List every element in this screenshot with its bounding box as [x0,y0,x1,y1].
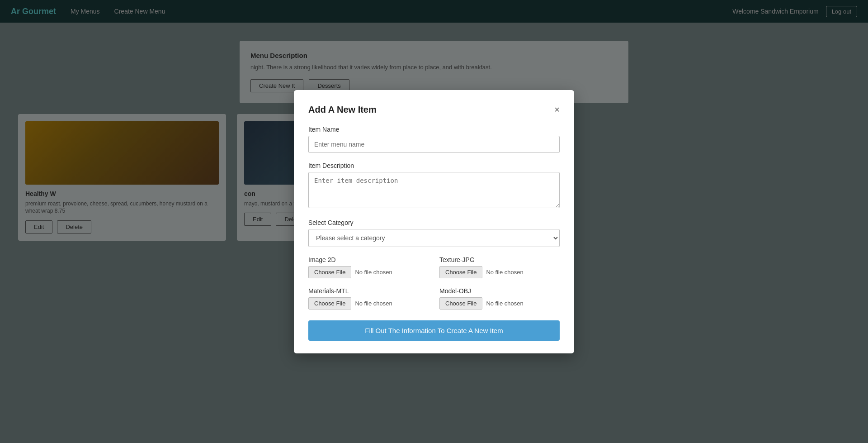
texture-jpg-label: Texture-JPG [439,256,560,263]
modal-header: Add A New Item × [308,105,560,115]
image-2d-input-row: Choose File No file chosen [308,266,429,278]
model-obj-label: Model-OBJ [439,287,560,295]
model-obj-group: Model-OBJ Choose File No file chosen [439,287,560,310]
materials-mtl-input-row: Choose File No file chosen [308,297,429,310]
item-description-group: Item Description [308,162,560,210]
model-obj-input-row: Choose File No file chosen [439,297,560,310]
model-obj-choose-button[interactable]: Choose File [439,297,482,310]
texture-jpg-no-chosen: No file chosen [486,269,523,276]
texture-jpg-choose-button[interactable]: Choose File [439,266,482,278]
select-category-label: Select Category [308,219,560,226]
modal-overlay: Add A New Item × Item Name Item Descript… [0,0,868,443]
select-category-group: Select Category Please select a category… [308,219,560,247]
materials-mtl-choose-button[interactable]: Choose File [308,297,351,310]
item-name-group: Item Name [308,126,560,153]
modal-close-button[interactable]: × [554,105,560,114]
image-2d-label: Image 2D [308,256,429,263]
image-2d-choose-button[interactable]: Choose File [308,266,351,278]
file-inputs-grid: Image 2D Choose File No file chosen Text… [308,256,560,310]
texture-jpg-input-row: Choose File No file chosen [439,266,560,278]
materials-mtl-group: Materials-MTL Choose File No file chosen [308,287,429,310]
item-description-input[interactable] [308,172,560,208]
item-name-label: Item Name [308,126,560,133]
item-name-input[interactable] [308,136,560,153]
modal-title: Add A New Item [308,105,377,115]
texture-jpg-group: Texture-JPG Choose File No file chosen [439,256,560,278]
model-obj-no-chosen: No file chosen [486,300,523,307]
category-select[interactable]: Please select a category Appetizers Main… [308,229,560,247]
add-new-item-modal: Add A New Item × Item Name Item Descript… [294,90,574,353]
image-2d-group: Image 2D Choose File No file chosen [308,256,429,278]
materials-mtl-label: Materials-MTL [308,287,429,295]
item-description-label: Item Description [308,162,560,169]
image-2d-no-chosen: No file chosen [355,269,392,276]
submit-button[interactable]: Fill Out The Information To Create A New… [308,320,560,341]
materials-mtl-no-chosen: No file chosen [355,300,392,307]
